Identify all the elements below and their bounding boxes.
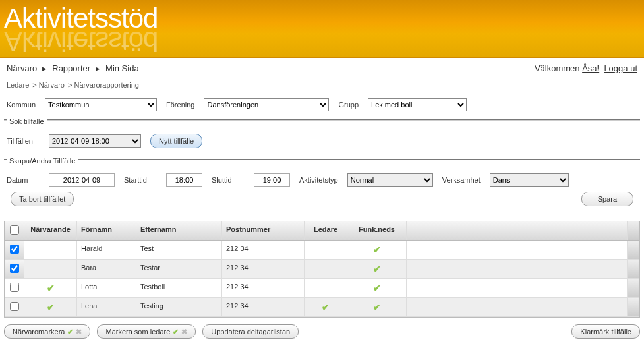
table-header: Närvarande Förnamn Efternamn Postnummer … [4, 221, 640, 241]
nav-item-minsida[interactable]: Min Sida [105, 63, 139, 73]
cell-fornamn: Lena [77, 298, 136, 316]
table-row[interactable]: ✔LenaTesting212 34✔✔ [5, 298, 639, 317]
sok-tillfalle-section: Sök tillfälle Tillfällen 2012-04-09 18:0… [4, 119, 640, 152]
nytt-tillfalle-button[interactable]: Nytt tillfälle [150, 134, 202, 148]
skapa-tillfalle-section: Skapa/Ändra Tillfälle Datum Starttid Slu… [4, 159, 640, 214]
col-efternamn[interactable]: Efternamn [136, 221, 222, 240]
table-row[interactable]: HaraldTest212 34✔ [5, 241, 639, 260]
tillfallen-label: Tillfällen [7, 137, 40, 145]
row-checkbox[interactable] [10, 264, 19, 273]
breadcrumb-item[interactable]: Ledare [7, 81, 29, 89]
logout-link[interactable]: Logga ut [604, 63, 637, 73]
cell-fornamn: Lotta [77, 279, 136, 297]
nav-bar: Närvaro ▸ Rapporter ▸ Min Sida Välkommen… [0, 58, 644, 78]
user-name[interactable]: Åsa! [582, 63, 599, 73]
cell-efternamn: Testboll [136, 279, 222, 297]
select-all-checkbox[interactable] [10, 225, 19, 235]
chevron-right-icon: ▸ [42, 63, 47, 73]
klarmark-button[interactable]: Klarmärk tillfälle [571, 324, 640, 339]
x-icon: ✖ [181, 328, 187, 336]
col-postnummer[interactable]: Postnummer [222, 221, 305, 240]
markera-ledare-button[interactable]: Markera som ledare ✔ ✖ [97, 324, 196, 339]
check-icon: ✔ [373, 302, 381, 312]
cell-postnummer: 212 34 [222, 260, 305, 278]
cell-fornamn: Harald [77, 241, 136, 259]
check-icon: ✔ [47, 283, 55, 293]
nav-item-rapporter[interactable]: Rapporter [52, 63, 90, 73]
grupp-label: Grupp [338, 101, 359, 109]
aktivitetstyp-select[interactable]: Normal [347, 173, 433, 187]
check-icon: ✔ [322, 302, 330, 312]
skapa-legend: Skapa/Ändra Tillfälle [7, 157, 78, 165]
app-header: Aktivitetsstöd Aktivitetsstöd [0, 0, 644, 58]
starttid-label: Starttid [124, 176, 157, 184]
breadcrumb: Ledare > Närvaro > Närvarorapportering [0, 78, 644, 96]
row-checkbox[interactable] [10, 245, 19, 254]
welcome-text: Välkommen [535, 63, 582, 73]
scrollbar-track[interactable] [628, 260, 639, 278]
sok-legend: Sök tillfälle [7, 117, 47, 125]
cell-postnummer: 212 34 [222, 298, 305, 316]
grupp-select[interactable]: Lek med boll [368, 98, 467, 111]
filter-row: Kommun Testkommun Förening Dansföreninge… [0, 96, 644, 119]
kommun-select[interactable]: Testkommun [45, 98, 157, 111]
cell-efternamn: Testar [136, 260, 222, 278]
app-logo-reflection: Aktivitetsstöd [4, 25, 644, 57]
col-ledare[interactable]: Ledare [305, 221, 347, 240]
markera-ledare-label: Markera som ledare [105, 328, 170, 335]
table-row[interactable]: BaraTestar212 34✔ [5, 260, 639, 279]
forening-select[interactable]: Dansföreningen [204, 98, 329, 111]
sluttid-label: Sluttid [212, 176, 245, 184]
spara-button[interactable]: Spara [581, 192, 633, 206]
cell-efternamn: Test [136, 241, 222, 259]
scrollbar-track[interactable] [628, 298, 639, 316]
scrollbar-header [628, 221, 639, 240]
narvaromarkera-label: Närvaromarkera [13, 328, 65, 335]
check-icon: ✔ [373, 283, 381, 293]
row-checkbox[interactable] [10, 302, 19, 311]
chevron-right-icon: ▸ [96, 63, 100, 73]
row-checkbox[interactable] [10, 283, 19, 292]
footer-actions: Närvaromarkera ✔ ✖ Markera som ledare ✔ … [0, 318, 644, 345]
scrollbar-track[interactable] [628, 241, 639, 259]
attendance-table: Närvarande Förnamn Efternamn Postnummer … [4, 221, 640, 318]
breadcrumb-item: Närvarorapportering [74, 81, 138, 89]
check-icon: ✔ [67, 328, 73, 336]
table-row[interactable]: ✔LottaTestboll212 34✔ [5, 279, 639, 298]
cell-postnummer: 212 34 [222, 279, 305, 297]
cell-fornamn: Bara [77, 260, 136, 278]
check-icon: ✔ [373, 245, 381, 255]
check-icon: ✔ [47, 302, 55, 312]
kommun-label: Kommun [7, 101, 36, 109]
verksamhet-label: Verksamhet [442, 176, 481, 184]
tillfallen-select[interactable]: 2012-04-09 18:00 [49, 134, 141, 148]
breadcrumb-item[interactable]: Närvaro [39, 81, 65, 89]
ta-bort-button[interactable]: Ta bort tillfället [11, 192, 74, 206]
aktivitetstyp-label: Aktivitetstyp [299, 176, 338, 184]
datum-input[interactable] [49, 173, 115, 187]
col-fornamn[interactable]: Förnamn [77, 221, 136, 240]
narvaromarkera-button[interactable]: Närvaromarkera ✔ ✖ [4, 324, 90, 339]
verksamhet-select[interactable]: Dans [490, 173, 569, 187]
check-icon: ✔ [373, 264, 381, 274]
cell-efternamn: Testing [136, 298, 222, 316]
nav-item-narvaro[interactable]: Närvaro [7, 63, 37, 73]
scrollbar-track[interactable] [628, 279, 639, 297]
starttid-input[interactable] [166, 173, 202, 187]
col-funkneds[interactable]: Funk.neds [347, 221, 407, 240]
sluttid-input[interactable] [254, 173, 290, 187]
datum-label: Datum [7, 176, 40, 184]
check-icon: ✔ [173, 328, 179, 336]
col-narvarande[interactable]: Närvarande [24, 221, 77, 240]
forening-label: Förening [166, 101, 194, 109]
cell-postnummer: 212 34 [222, 241, 305, 259]
x-icon: ✖ [76, 328, 82, 336]
uppdatera-button[interactable]: Uppdatera deltagarlistan [202, 324, 299, 339]
